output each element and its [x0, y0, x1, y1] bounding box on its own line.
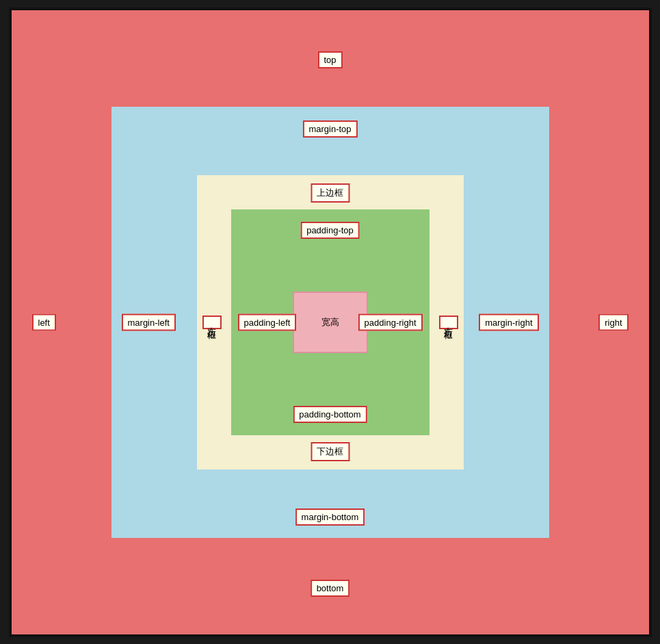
border-right-label: 右边框 — [439, 315, 458, 329]
padding-area: padding-top padding-bottom padding-left … — [231, 209, 430, 435]
content-area: 宽高 — [293, 292, 368, 353]
padding-top-label: padding-top — [300, 222, 360, 239]
right-label: right — [598, 313, 628, 331]
padding-left-label: padding-left — [238, 313, 297, 331]
border-left-label: 左边框 — [202, 315, 222, 329]
content-label: 宽高 — [321, 316, 339, 329]
bottom-label: bottom — [311, 580, 350, 597]
margin-bottom-label: margin-bottom — [295, 508, 365, 526]
top-label: top — [317, 51, 342, 68]
padding-bottom-label: padding-bottom — [293, 406, 367, 423]
margin-right-label: margin-right — [479, 313, 538, 331]
border-top-label: 上边框 — [311, 183, 349, 203]
outer-border: top bottom left right margin-top margin-… — [9, 8, 652, 637]
border-area: 上边框 下边框 左边框 右边框 padding-top — [197, 175, 464, 469]
margin-top-label: margin-top — [302, 120, 357, 138]
margin-area: margin-top margin-bottom margin-left mar… — [111, 107, 549, 538]
padding-right-label: padding-right — [358, 313, 423, 331]
left-label: left — [32, 313, 56, 331]
margin-left-label: margin-left — [122, 313, 176, 331]
border-bottom-label: 下边框 — [311, 442, 349, 461]
